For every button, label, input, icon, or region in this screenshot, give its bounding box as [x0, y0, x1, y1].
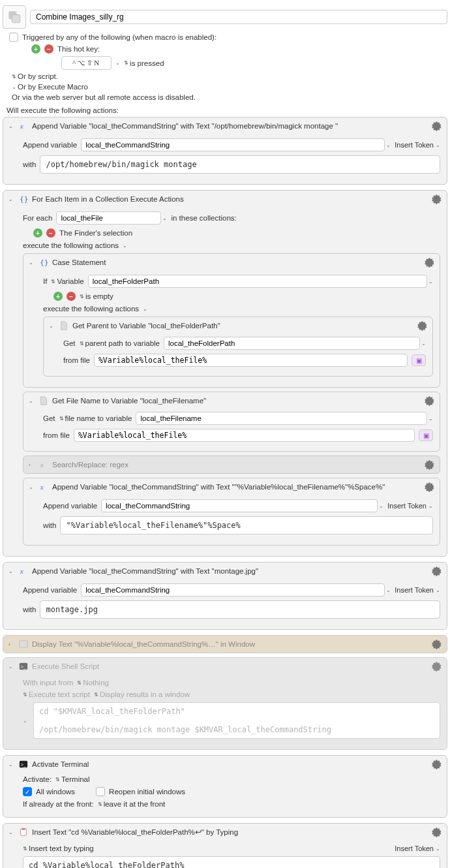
exec-mode-select[interactable]: ⇅Execute text script	[23, 690, 90, 698]
folder-picker-button[interactable]: ▣	[412, 354, 426, 366]
action-title: Get Parent to Variable "local_theFolderP…	[72, 322, 413, 330]
add-condition-icon[interactable]: +	[53, 292, 63, 301]
exec-actions-label: execute the following actions	[23, 241, 119, 249]
gear-icon[interactable]	[431, 759, 442, 769]
disclosure-icon[interactable]: ⌄	[8, 196, 15, 202]
condition-var-input[interactable]	[88, 275, 427, 288]
gear-icon[interactable]	[431, 566, 442, 576]
svg-text:{}: {}	[20, 194, 28, 204]
exec-actions-label: execute the following actions	[43, 305, 139, 313]
get-label: Get	[63, 339, 76, 347]
from-file-label: from file	[43, 431, 70, 439]
chevron-down-icon[interactable]: ⌄	[379, 503, 383, 509]
braces-icon: {}	[39, 258, 48, 267]
enabled-checkbox[interactable]	[9, 33, 18, 42]
input-from-select[interactable]: ⇅Nothing	[77, 679, 109, 687]
macro-icon[interactable]	[3, 5, 26, 29]
all-windows-checkbox[interactable]: ✓	[23, 787, 32, 796]
insert-token-button[interactable]: Insert Token⌄	[387, 502, 433, 510]
disclosure-icon[interactable]: ⌄	[23, 718, 29, 724]
path-type-select[interactable]: ⇅parent path to variable	[80, 339, 160, 347]
pressed-select[interactable]: ⇅is pressed	[124, 59, 164, 67]
chevron-down-icon[interactable]: ⌄	[123, 243, 127, 249]
activate-label: Activate:	[23, 775, 52, 783]
folder-picker-button[interactable]: ▣	[419, 429, 433, 441]
gear-icon[interactable]	[424, 257, 434, 268]
macro-title-input[interactable]	[30, 10, 447, 24]
variable-input[interactable]	[81, 583, 385, 597]
with-label: with	[43, 521, 56, 529]
variable-icon: x	[39, 460, 48, 469]
display-mode-select[interactable]: ⇅Display results in a window	[94, 690, 190, 698]
svg-text:x: x	[20, 122, 23, 130]
chevron-down-icon[interactable]: ⌄	[115, 60, 120, 66]
gear-icon[interactable]	[424, 459, 434, 470]
chevron-down-icon[interactable]: ⌄	[386, 587, 391, 593]
gear-icon[interactable]	[431, 661, 442, 672]
add-collection-icon[interactable]: +	[33, 228, 42, 238]
gear-icon[interactable]	[431, 639, 442, 649]
disclosure-icon[interactable]: ›	[29, 462, 35, 468]
gear-icon[interactable]	[431, 827, 442, 837]
gear-icon[interactable]	[431, 194, 442, 204]
gear-icon[interactable]	[424, 395, 434, 406]
gear-icon[interactable]	[424, 482, 434, 492]
insert-token-button[interactable]: Insert Token⌄	[395, 586, 440, 594]
reopen-checkbox[interactable]	[96, 787, 105, 796]
condition-type-select[interactable]: ⇅Variable	[51, 277, 83, 285]
disclosure-icon[interactable]: ⌄	[29, 260, 35, 266]
or-exec-select[interactable]: ⌄Or by Execute Macro	[12, 83, 88, 91]
disclosure-icon[interactable]: ⌄	[8, 664, 15, 670]
shell-script-input[interactable]: cd "$KMVAR_local_theFolderPath"/opt/home…	[33, 702, 440, 739]
from-file-input[interactable]	[74, 429, 415, 442]
action-title: Case Statement	[52, 258, 420, 266]
with-text-input[interactable]: montage.jpg	[40, 600, 440, 619]
action-shell-script: ⌄ >_ Execute Shell Script With input fro…	[3, 657, 447, 750]
app-select[interactable]: ⇅Terminal	[55, 775, 89, 783]
with-text-input[interactable]: "%Variable%local_theFilename%"%Space%	[60, 516, 433, 535]
foreach-var-input[interactable]	[56, 211, 161, 225]
variable-input[interactable]	[81, 138, 385, 151]
insert-token-button[interactable]: Insert Token⌄	[395, 141, 440, 149]
disclosure-icon[interactable]: ⌄	[8, 568, 15, 574]
disclosure-icon[interactable]: ⌄	[8, 829, 15, 835]
svg-text:x: x	[40, 461, 44, 469]
terminal-icon: >_	[19, 662, 28, 671]
remove-condition-icon[interactable]: −	[67, 292, 76, 301]
variable-icon: x	[39, 482, 48, 491]
chevron-down-icon[interactable]: ⌄	[428, 279, 433, 285]
chevron-down-icon[interactable]: ⌄	[428, 416, 433, 422]
or-script-select[interactable]: ⇅Or by script.	[12, 72, 58, 80]
with-text-input[interactable]: /opt/homebrew/bin/magick montage	[40, 155, 440, 174]
insert-text-input[interactable]: cd %Variable%local_theFolderPath%	[23, 856, 440, 868]
gear-icon[interactable]	[417, 320, 427, 331]
variable-input[interactable]	[101, 499, 378, 512]
remove-collection-icon[interactable]: −	[46, 228, 55, 238]
chevron-down-icon[interactable]: ⌄	[421, 341, 426, 347]
target-var-input[interactable]	[164, 337, 420, 350]
remove-trigger-icon[interactable]: −	[44, 44, 53, 54]
disclosure-icon[interactable]: ⌄	[29, 398, 35, 404]
chevron-down-icon[interactable]: ⌄	[162, 215, 167, 221]
disclosure-icon[interactable]: ⌄	[8, 123, 15, 129]
disclosure-icon[interactable]: ⌄	[8, 762, 15, 767]
add-trigger-icon[interactable]: +	[31, 44, 40, 54]
empty-select[interactable]: ⇅is empty	[80, 292, 113, 300]
name-type-select[interactable]: ⇅file name to variable	[59, 414, 132, 422]
svg-text:>_: >_	[21, 762, 26, 767]
hotkey-input[interactable]: ^⌥⇧N	[61, 56, 112, 70]
front-behaviour-select[interactable]: ⇅leave it at the front	[98, 800, 166, 808]
with-label: with	[23, 161, 36, 168]
disclosure-icon[interactable]: ›	[8, 642, 15, 647]
gear-icon[interactable]	[431, 121, 442, 131]
chevron-down-icon[interactable]: ⌄	[386, 142, 391, 148]
target-var-input[interactable]	[136, 412, 427, 425]
action-append-var-filename: ⌄ x Append Variable "local_theCommandStr…	[23, 478, 440, 546]
in-collections-label: in these collections:	[171, 214, 236, 222]
insert-mode-select[interactable]: ⇅Insert text by typing	[23, 845, 391, 852]
disclosure-icon[interactable]: ⌄	[49, 323, 55, 329]
from-file-input[interactable]	[94, 354, 408, 367]
insert-token-button[interactable]: Insert Token⌄	[395, 845, 440, 852]
chevron-down-icon[interactable]: ⌄	[143, 306, 147, 312]
disclosure-icon[interactable]: ⌄	[29, 484, 35, 490]
